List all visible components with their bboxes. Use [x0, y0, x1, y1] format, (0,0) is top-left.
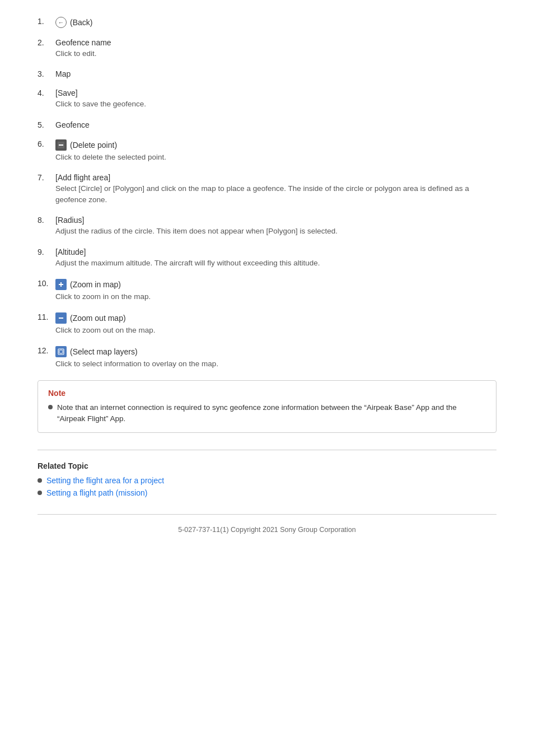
item-title-text: (Back): [70, 18, 92, 27]
item-title: [Radius]: [55, 216, 496, 225]
item-content: ←(Back): [55, 17, 496, 28]
item-title-text: Geofence name: [55, 38, 111, 47]
item-desc: Adjust the radius of the circle. This it…: [55, 226, 496, 237]
svg-rect-6: [59, 350, 63, 353]
item-number: 9.: [38, 248, 55, 256]
list-item: 1.←(Back): [38, 17, 496, 28]
item-title-text: [Save]: [55, 88, 78, 97]
footer-text: 5-027-737-11(1) Copyright 2021 Sony Grou…: [178, 526, 356, 534]
note-item: Note that an internet connection is requ…: [48, 402, 486, 425]
item-number: 12.: [38, 346, 55, 355]
svg-rect-1: [59, 144, 63, 146]
item-number: 8.: [38, 216, 55, 225]
related-link-item: Setting a flight path (mission): [38, 488, 496, 497]
item-title: [Save]: [55, 88, 496, 97]
item-number: 2.: [38, 38, 55, 47]
item-title-text: [Radius]: [55, 216, 84, 225]
item-content: (Zoom out map)Click to zoom out on the m…: [55, 312, 496, 336]
related-link[interactable]: Setting a flight path (mission): [46, 488, 148, 497]
item-desc: Click to save the geofence.: [55, 99, 496, 110]
item-number: 1.: [38, 17, 55, 26]
note-title: Note: [48, 389, 486, 398]
item-number: 4.: [38, 88, 55, 97]
note-bullet: [48, 405, 53, 409]
list-item: 11.(Zoom out map)Click to zoom out on th…: [38, 312, 496, 336]
item-desc: Click to select information to overlay o…: [55, 358, 496, 370]
item-title: Geofence: [55, 120, 496, 129]
item-desc: Click to zoom out on the map.: [55, 325, 496, 336]
related-bullet: [38, 478, 42, 483]
item-number: 6.: [38, 139, 55, 148]
list-item: 12.(Select map layers)Click to select in…: [38, 346, 496, 370]
item-title: (Select map layers): [55, 346, 496, 357]
item-title-text: (Zoom out map): [70, 314, 126, 323]
item-content: [Save]Click to save the geofence.: [55, 88, 496, 110]
svg-rect-3: [60, 282, 62, 287]
item-number: 3.: [38, 69, 55, 78]
section-divider: [38, 450, 496, 450]
zoom-out-icon: [55, 312, 67, 324]
item-number: 10.: [38, 279, 55, 288]
footer: 5-027-737-11(1) Copyright 2021 Sony Grou…: [38, 514, 496, 534]
item-content: Geofence: [55, 120, 496, 129]
related-link-item: Setting the flight area for a project: [38, 476, 496, 485]
item-content: (Select map layers)Click to select infor…: [55, 346, 496, 370]
item-title-text: [Add flight area]: [55, 173, 110, 182]
item-title-text: Geofence: [55, 120, 90, 129]
item-number: 11.: [38, 312, 55, 321]
delete-point-icon: [55, 139, 67, 151]
item-desc: Select [Circle] or [Polygon] and click o…: [55, 183, 496, 206]
select-map-layers-icon: [55, 346, 67, 357]
item-title: [Altitude]: [55, 248, 496, 256]
item-title-text: Map: [55, 69, 71, 78]
svg-rect-4: [59, 318, 63, 319]
related-topic-title: Related Topic: [38, 461, 496, 470]
back-icon: ←: [55, 17, 67, 28]
list-item: 5.Geofence: [38, 120, 496, 129]
item-title: Geofence name: [55, 38, 496, 47]
item-title: ←(Back): [55, 17, 496, 28]
item-title: Map: [55, 69, 496, 78]
item-content: (Zoom in map)Click to zoom in on the map…: [55, 279, 496, 302]
note-text: Note that an internet connection is requ…: [57, 402, 486, 425]
item-content: [Add flight area]Select [Circle] or [Pol…: [55, 173, 496, 206]
list-item: 6.(Delete point)Click to delete the sele…: [38, 139, 496, 163]
note-box: Note Note that an internet connection is…: [38, 380, 496, 433]
item-desc: Click to delete the selected point.: [55, 152, 496, 163]
list-item: 10.(Zoom in map)Click to zoom in on the …: [38, 279, 496, 302]
related-link[interactable]: Setting the flight area for a project: [46, 476, 164, 485]
item-content: (Delete point)Click to delete the select…: [55, 139, 496, 163]
list-item: 3.Map: [38, 69, 496, 78]
list-item: 8.[Radius]Adjust the radius of the circl…: [38, 216, 496, 237]
list-item: 2.Geofence nameClick to edit.: [38, 38, 496, 59]
item-title-text: (Delete point): [70, 141, 117, 150]
instructions-list: 1.←(Back)2.Geofence nameClick to edit.3.…: [38, 17, 496, 370]
list-item: 4.[Save]Click to save the geofence.: [38, 88, 496, 110]
item-title-text: [Altitude]: [55, 248, 86, 256]
item-title: (Zoom out map): [55, 312, 496, 324]
item-number: 7.: [38, 173, 55, 182]
item-content: Geofence nameClick to edit.: [55, 38, 496, 59]
item-content: Map: [55, 69, 496, 78]
page-container: 1.←(Back)2.Geofence nameClick to edit.3.…: [15, 0, 519, 556]
item-content: [Altitude]Adjust the maximum altitude. T…: [55, 248, 496, 269]
item-title-text: (Select map layers): [70, 347, 138, 356]
related-topic-section: Related Topic Setting the flight area fo…: [38, 461, 496, 497]
zoom-in-icon: [55, 279, 67, 290]
list-item: 9.[Altitude]Adjust the maximum altitude.…: [38, 248, 496, 269]
item-title: (Delete point): [55, 139, 496, 151]
list-item: 7.[Add flight area]Select [Circle] or [P…: [38, 173, 496, 206]
item-title-text: (Zoom in map): [70, 280, 121, 289]
item-desc: Click to edit.: [55, 48, 496, 59]
item-desc: Adjust the maximum altitude. The aircraf…: [55, 258, 496, 269]
item-content: [Radius]Adjust the radius of the circle.…: [55, 216, 496, 237]
item-number: 5.: [38, 120, 55, 129]
item-desc: Click to zoom in on the map.: [55, 291, 496, 302]
item-title: [Add flight area]: [55, 173, 496, 182]
item-title: (Zoom in map): [55, 279, 496, 290]
related-bullet: [38, 491, 42, 495]
